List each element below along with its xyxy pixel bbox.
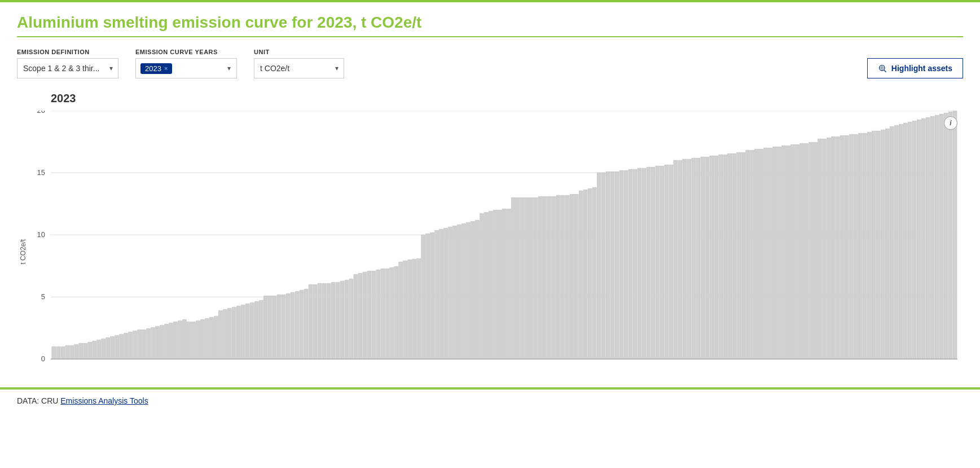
svg-rect-73: [318, 283, 322, 359]
svg-rect-21: [84, 343, 87, 359]
svg-rect-198: [881, 130, 885, 359]
page-title: Aluminium smelting emission curve for 20…: [17, 14, 963, 32]
svg-rect-108: [476, 220, 480, 359]
svg-rect-182: [808, 142, 812, 359]
svg-rect-53: [227, 308, 231, 359]
svg-rect-29: [120, 334, 124, 359]
svg-rect-208: [926, 117, 930, 359]
svg-rect-214: [953, 111, 957, 359]
svg-rect-28: [115, 335, 119, 359]
svg-rect-85: [372, 271, 376, 359]
info-icon-button[interactable]: i: [944, 116, 957, 130]
svg-rect-211: [939, 114, 943, 359]
svg-rect-166: [737, 152, 741, 359]
svg-rect-201: [894, 125, 898, 359]
unit-label: UNIT: [254, 49, 344, 55]
svg-rect-61: [263, 296, 267, 359]
svg-rect-38: [160, 325, 164, 359]
svg-rect-43: [182, 320, 186, 359]
svg-rect-103: [453, 226, 457, 359]
svg-rect-136: [601, 173, 605, 359]
chart-year-label: 2023: [51, 92, 963, 105]
svg-rect-15: [56, 347, 60, 359]
svg-rect-158: [701, 157, 705, 359]
svg-rect-116: [511, 198, 515, 359]
svg-rect-99: [435, 230, 439, 359]
svg-rect-161: [714, 156, 718, 359]
svg-rect-40: [169, 323, 173, 359]
svg-rect-135: [597, 173, 601, 359]
svg-rect-20: [79, 343, 83, 359]
emission-definition-select[interactable]: Scope 1 & 2 & 3 thir... Scope 1 Scope 1 …: [17, 58, 118, 78]
svg-rect-205: [912, 121, 916, 359]
svg-rect-128: [565, 195, 569, 359]
svg-rect-37: [156, 326, 160, 359]
svg-rect-174: [773, 147, 777, 359]
svg-point-0: [880, 65, 885, 71]
svg-rect-195: [867, 132, 871, 359]
svg-rect-52: [223, 309, 227, 359]
svg-rect-74: [322, 283, 326, 359]
svg-rect-177: [786, 146, 790, 359]
svg-rect-196: [872, 131, 876, 359]
svg-rect-155: [687, 159, 691, 359]
footer-link[interactable]: Emissions Analysis Tools: [60, 396, 148, 405]
svg-text:15: 15: [37, 168, 45, 177]
svg-rect-101: [444, 228, 448, 359]
svg-rect-71: [309, 285, 313, 359]
svg-rect-107: [471, 221, 475, 359]
svg-rect-180: [800, 143, 804, 359]
year-select-arrow-icon: ▾: [227, 64, 231, 72]
svg-rect-111: [489, 211, 493, 359]
svg-rect-213: [948, 112, 952, 359]
svg-line-1: [884, 70, 886, 72]
svg-rect-114: [502, 209, 506, 359]
svg-rect-149: [660, 166, 664, 359]
svg-rect-57: [245, 304, 249, 359]
svg-rect-212: [944, 113, 948, 359]
year-select-wrapper[interactable]: 2023 × ▾: [135, 58, 237, 78]
svg-rect-178: [791, 145, 795, 359]
svg-rect-93: [408, 260, 412, 359]
svg-rect-47: [200, 320, 204, 359]
svg-rect-76: [331, 282, 335, 359]
highlight-assets-label: Highlight assets: [891, 64, 952, 73]
svg-rect-70: [304, 289, 308, 359]
svg-rect-143: [633, 169, 637, 359]
svg-rect-164: [728, 154, 732, 359]
svg-rect-18: [70, 345, 74, 359]
svg-rect-187: [831, 137, 835, 359]
unit-select[interactable]: t CO2e/t kg CO2e/t Mt CO2e: [254, 58, 344, 78]
svg-rect-191: [849, 134, 853, 359]
svg-rect-58: [250, 303, 254, 359]
svg-rect-147: [651, 167, 655, 359]
svg-rect-183: [813, 142, 817, 359]
svg-rect-59: [254, 301, 258, 359]
svg-rect-132: [583, 190, 587, 359]
svg-rect-14: [52, 347, 56, 359]
svg-rect-144: [638, 168, 641, 359]
svg-rect-84: [367, 271, 371, 359]
svg-rect-26: [106, 338, 110, 359]
svg-rect-68: [295, 291, 299, 359]
svg-text:0: 0: [41, 355, 45, 363]
footer: DATA: CRU Emissions Analysis Tools: [0, 390, 980, 412]
svg-rect-173: [768, 148, 772, 359]
svg-rect-199: [885, 129, 889, 359]
year-tag-remove-icon[interactable]: ×: [164, 65, 168, 72]
svg-rect-157: [696, 158, 700, 359]
highlight-assets-button[interactable]: Highlight assets: [867, 58, 963, 78]
svg-rect-78: [340, 281, 344, 359]
emission-curve-years-group: EMISSION CURVE YEARS 2023 × ▾: [135, 49, 237, 78]
svg-rect-110: [485, 212, 489, 359]
svg-rect-210: [935, 115, 939, 359]
svg-rect-50: [214, 316, 218, 359]
svg-rect-92: [403, 261, 407, 359]
svg-rect-141: [624, 170, 628, 359]
svg-rect-82: [358, 273, 362, 359]
svg-rect-112: [493, 210, 497, 359]
svg-rect-80: [349, 279, 353, 359]
svg-rect-124: [547, 196, 551, 359]
svg-rect-89: [390, 268, 394, 359]
chart-area: 0 5 10 15 20 t CO2e/t: [17, 111, 963, 382]
